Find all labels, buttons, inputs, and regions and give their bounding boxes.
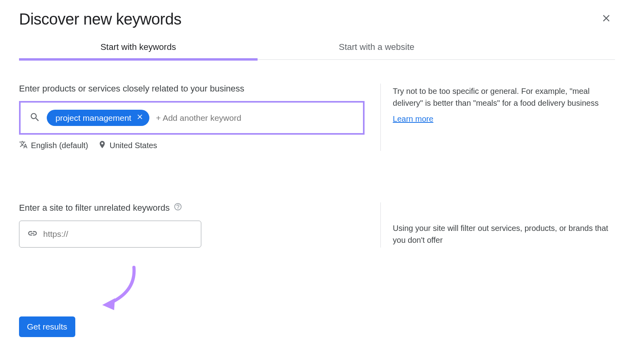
keywords-label: Enter products or services closely relat… <box>19 84 365 94</box>
close-icon <box>601 18 612 25</box>
add-keyword-input[interactable] <box>156 113 354 123</box>
translate-icon <box>19 140 28 151</box>
tab-keywords[interactable]: Start with keywords <box>19 36 258 59</box>
get-results-button[interactable]: Get results <box>19 316 75 337</box>
language-label: English (default) <box>31 141 88 150</box>
site-tip: Using your site will filter out services… <box>393 222 615 246</box>
close-icon <box>136 113 144 123</box>
keyword-input-container[interactable]: project management <box>22 104 361 131</box>
help-icon[interactable] <box>174 202 182 213</box>
location-icon <box>98 140 107 151</box>
close-button[interactable] <box>598 10 615 29</box>
remove-chip-button[interactable] <box>136 113 144 123</box>
page-title: Discover new keywords <box>19 10 181 28</box>
keyword-chip[interactable]: project management <box>47 110 149 126</box>
tab-website[interactable]: Start with a website <box>258 36 496 59</box>
site-filter-label: Enter a site to filter unrelated keyword… <box>19 203 170 213</box>
link-icon <box>27 228 38 240</box>
site-url-input-container[interactable] <box>19 221 201 248</box>
tab-bar: Start with keywords Start with a website <box>19 36 615 60</box>
annotation-arrow <box>98 263 615 313</box>
keywords-tip: Try not to be too specific or general. F… <box>393 85 615 109</box>
svg-marker-0 <box>102 298 115 310</box>
location-selector[interactable]: United States <box>98 140 157 151</box>
language-selector[interactable]: English (default) <box>19 140 88 151</box>
search-icon <box>29 112 40 124</box>
learn-more-link[interactable]: Learn more <box>393 114 433 124</box>
site-url-input[interactable] <box>43 229 193 239</box>
tab-indicator <box>19 58 258 61</box>
location-label: United States <box>110 141 157 150</box>
keyword-input-highlight: project management <box>19 101 365 135</box>
keyword-chip-label: project management <box>55 113 131 123</box>
